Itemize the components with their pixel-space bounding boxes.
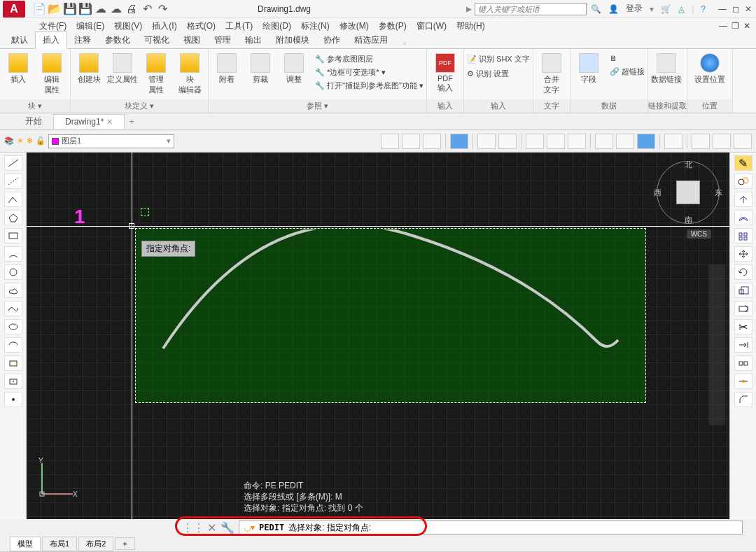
move-tool[interactable] [734,246,752,262]
tab-layout1[interactable]: 布局1 [42,537,77,551]
tab-drawing1[interactable]: Drawing1*✕ [53,114,125,129]
ellipse-arc-tool[interactable] [4,337,22,353]
plot-icon[interactable]: 🖨 [126,3,137,15]
snap-underlay-link[interactable]: 🔧 打开"捕捉到参考底图"功能 ▾ [315,80,424,92]
ray-tool[interactable] [4,174,22,189]
frames-link[interactable]: 🔧 *边框可变选项* ▾ [315,66,424,78]
login-dropdown-icon[interactable]: ▾ [650,4,654,14]
layer-sun-icon[interactable]: ☀ [17,136,24,146]
tab-model[interactable]: 模型 [10,537,41,551]
adjust-button[interactable]: 调整 [279,53,309,85]
tab-visual[interactable]: 可视化 [137,32,176,48]
command-input[interactable]: ◡▾ PEDIT 选择对象: 指定对角点: [239,521,743,535]
undo-icon[interactable]: ↶ [141,3,153,15]
tab-start[interactable]: 开始 [14,113,53,129]
menu-insert[interactable]: 插入(I) [152,20,176,32]
user-icon[interactable]: 👤 [608,4,619,14]
line-tool[interactable] [4,155,22,171]
viewcube[interactable]: 北 南 东 西 [657,161,720,224]
menu-modify[interactable]: 修改(M) [340,20,369,32]
wcs-badge[interactable]: WCS [687,229,711,239]
panel-ref-title[interactable]: 参照 ▾ [209,99,426,113]
define-attr-button[interactable]: 定义属性 [107,53,138,85]
point-tool[interactable] [4,392,22,407]
cmd-history-icon[interactable]: ◡▾ [244,523,255,532]
close-icon[interactable]: ✕ [745,4,752,14]
ole-link[interactable]: 🗎 [610,53,645,63]
menu-dim[interactable]: 标注(N) [301,20,330,32]
tab-add-icon[interactable]: + [125,117,139,127]
tb-std-icon[interactable] [734,134,752,149]
pdf-import-button[interactable]: PDFPDF 输入 [430,53,461,93]
rotate-tool[interactable] [734,264,752,280]
menu-window[interactable]: 窗口(W) [416,20,447,32]
tb-tag-icon[interactable] [568,134,586,149]
block-editor-button[interactable]: 块 编辑器 [174,53,205,95]
tb-layer3-icon[interactable] [423,134,441,149]
break-tool[interactable] [734,355,752,371]
viewcube-face[interactable] [676,181,700,204]
tab-output[interactable]: 输出 [238,32,269,48]
menu-param[interactable]: 参数(P) [379,20,407,32]
layer-freeze-icon[interactable]: ❄ [27,136,33,146]
clip-button[interactable]: 剪裁 [245,53,276,85]
tab-view[interactable]: 视图 [176,32,207,48]
panel-blockdef-title[interactable]: 块定义 ▾ [71,99,208,113]
tb-win3-icon[interactable] [637,134,655,149]
recognize-shx-link[interactable]: 📝 识别 SHX 文字 [467,53,530,65]
stretch-tool[interactable] [734,301,752,316]
offset-tool[interactable] [734,210,752,225]
open-icon[interactable]: 📂 [49,3,60,15]
tab-featured[interactable]: 精选应用 [347,32,395,48]
tb-break-icon[interactable] [547,134,565,149]
menu-format[interactable]: 格式(O) [187,20,216,32]
insert-block-button[interactable]: 插入 [3,53,34,85]
new-icon[interactable]: 📄 [34,3,45,15]
layer-lock-icon[interactable]: 🔓 [36,136,46,146]
tb-layer1-icon[interactable] [381,134,399,149]
cart-icon[interactable]: 🛒 [661,4,671,14]
revcloud-tool[interactable] [4,283,22,298]
tab-layout-add[interactable]: + [115,537,134,550]
ellipse-tool[interactable] [4,319,22,334]
create-block-button[interactable]: 创建块 [74,53,104,85]
copy-tool[interactable] [734,174,752,189]
menu-file[interactable]: 文件(F) [39,20,66,32]
edit-attr-button[interactable]: 编辑 属性 [36,53,67,95]
block-tool[interactable] [4,374,22,389]
tab-default[interactable]: 默认 [4,32,35,48]
scale-tool[interactable] [734,283,752,298]
tb-arc-icon[interactable] [526,134,544,149]
mirror-tool[interactable] [734,192,752,207]
tab-box-icon[interactable]: ▫️ [399,38,410,48]
polyline-tool[interactable] [4,192,22,207]
menu-edit[interactable]: 编辑(E) [76,20,104,32]
menu-tools[interactable]: 工具(T) [225,20,253,32]
arc-tool[interactable] [4,246,22,262]
save-icon[interactable]: 💾 [64,3,76,15]
extend-tool[interactable] [734,337,752,353]
saveas-icon[interactable]: 💾 [80,3,91,15]
tab-layout2[interactable]: 布局2 [78,537,113,551]
insert-tool[interactable] [4,355,22,371]
tb-win2-icon[interactable] [616,134,634,149]
tab-manage[interactable]: 管理 [207,32,238,48]
trim-tool[interactable]: ✂ [734,319,752,334]
navigation-bar[interactable] [708,264,725,425]
search-icon[interactable]: 🔍 [591,4,601,14]
join-tool[interactable] [734,374,752,389]
search-input[interactable] [475,3,587,15]
manage-attr-button[interactable]: 管理 属性 [141,53,172,95]
layer-dropdown[interactable]: 图层1 ▾ [48,134,174,148]
tb-win1-icon[interactable] [595,134,613,149]
tab-collab[interactable]: 协作 [316,32,347,48]
doc-restore-icon[interactable]: ❐ [732,21,739,31]
doc-close-icon[interactable]: ✕ [743,21,750,31]
help-icon[interactable]: ? [701,4,706,14]
tab-annotate[interactable]: 注释 [67,32,98,48]
spline-tool[interactable] [4,301,22,316]
polygon-tool[interactable] [4,210,22,225]
array-tool[interactable] [734,228,752,243]
combine-text-button[interactable]: 合并 文字 [536,53,567,95]
panel-block-title[interactable]: 块 ▾ [0,99,70,113]
